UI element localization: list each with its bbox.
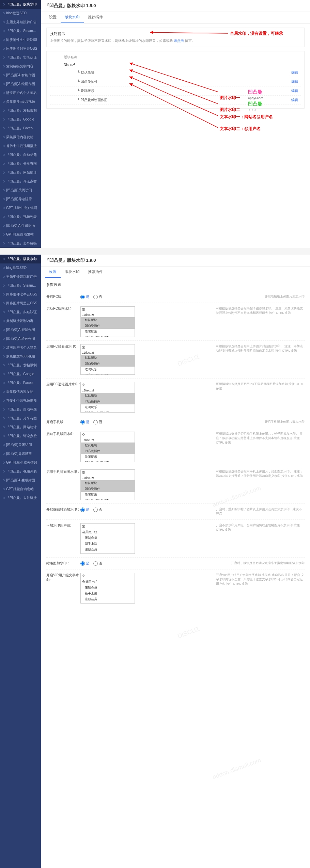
sidebar-item[interactable]: 同步图片阿里云OSS	[0, 299, 41, 308]
radio-option[interactable]: 是	[80, 508, 89, 511]
sidebar-item[interactable]: 复制链接复制内容	[0, 317, 41, 325]
tab[interactable]: 设置	[45, 12, 61, 23]
sidebar-item[interactable]: 采集微信内容发帖	[0, 387, 41, 396]
tip-link[interactable]: 请点击	[174, 39, 184, 43]
select-option[interactable]: 空	[81, 470, 135, 476]
sidebar-item[interactable]: 主题变外链跳转广告	[0, 18, 41, 27]
sidebar-item[interactable]: 『凹凸曼』Faceb...	[0, 124, 41, 133]
select-option[interactable]: 限制会员	[81, 535, 135, 541]
sidebar-item[interactable]: 『凹凸曼』网站统计	[0, 168, 41, 177]
select-option[interactable]: 空	[81, 524, 135, 529]
sidebar-item[interactable]: 『凹凸曼』版块水印	[0, 0, 41, 9]
radio-input[interactable]	[80, 295, 85, 299]
select-option[interactable]: 凹凸曼AI绘画作图	[81, 410, 135, 413]
edit-link[interactable]: 编辑	[291, 79, 301, 84]
radio-input[interactable]	[80, 561, 85, 566]
select-option[interactable]: 空	[81, 573, 135, 579]
sidebar-item[interactable]: GPT批量自动发帖	[0, 485, 41, 494]
edit-link[interactable]: 编辑	[291, 98, 301, 102]
sidebar-item[interactable]: 『凹凸曼』视频列表	[0, 467, 41, 476]
sidebar-item[interactable]: 『凹凸曼』分享有图	[0, 414, 41, 423]
sidebar-item[interactable]: GPT批量生成关键词	[0, 204, 41, 212]
select-option[interactable]: ..Discuz!	[81, 312, 135, 317]
tab[interactable]: 设置	[45, 267, 61, 278]
select-option[interactable]: 凹凸曼AI绘画作图	[81, 498, 135, 500]
radio-input[interactable]	[80, 508, 85, 512]
sidebar-item[interactable]: 『凹凸曼』Steam...	[0, 27, 41, 35]
sidebar-item[interactable]: 主题变外链跳转广告	[0, 272, 41, 281]
sidebar-item[interactable]: [凹凸曼]AI智能作图	[0, 71, 41, 80]
radio-input[interactable]	[80, 420, 85, 424]
select-option[interactable]: 凹凸曼插件	[81, 323, 135, 329]
sidebar-item[interactable]: 『凹凸曼』版块水印	[0, 255, 41, 263]
radio-input[interactable]	[93, 420, 98, 424]
edit-link[interactable]: 编辑	[291, 70, 301, 75]
sidebar-item[interactable]: 『凹凸曼』去外链接	[0, 494, 41, 502]
select-option[interactable]: 凹凸曼插件	[81, 448, 135, 454]
select-option[interactable]: 凹凸曼插件	[81, 486, 135, 492]
sidebar-item[interactable]: 采集微信内容发帖	[0, 133, 41, 142]
sidebar-item[interactable]: GPT批量自动发帖	[0, 230, 41, 239]
tab[interactable]: 推荐插件	[84, 267, 107, 278]
radio-option[interactable]: 否	[93, 561, 102, 565]
radio-option[interactable]: 否	[93, 508, 102, 511]
select-option[interactable]: 空	[81, 432, 135, 438]
sidebar-item[interactable]: 同步附件七牛云OSS	[0, 290, 41, 299]
select-option[interactable]: 凹凸曼AI绘画作图	[81, 335, 135, 337]
sidebar-item[interactable]: [凹凸曼]AI智能作图	[0, 325, 41, 334]
multiselect[interactable]: 空会员用户组限制会员新手上路注册会员中级会员高级会员金牌会员论坛元老禁止发言组员	[80, 523, 135, 554]
sidebar-item[interactable]: bing推送SEO	[0, 9, 41, 18]
edit-link[interactable]: 编辑	[291, 89, 301, 93]
sidebar-item[interactable]: 『凹凸曼』实名认证	[0, 53, 41, 62]
select-option[interactable]: 注册会员	[81, 547, 135, 552]
select-option[interactable]: 会员用户组	[81, 579, 135, 585]
radio-input[interactable]	[93, 295, 98, 299]
select-option[interactable]: 默认版块	[81, 480, 135, 486]
sidebar-item[interactable]: 『凹凸曼』视频列表	[0, 212, 41, 221]
radio-option[interactable]: 是	[80, 561, 89, 565]
multiselect[interactable]: 空..Discuz!默认版块凹凸曼插件吃喝玩乐凹凸曼AI绘画作图	[80, 432, 135, 462]
sidebar-item[interactable]: [凹凸曼]关闭访问	[0, 186, 41, 195]
select-option[interactable]: 凹凸曼AI绘画作图	[81, 372, 135, 375]
sidebar-item[interactable]: [凹凸曼]关闭访问	[0, 440, 41, 449]
sidebar-item[interactable]: [凹凸曼]导读随看	[0, 195, 41, 204]
sidebar-item[interactable]: [凹凸曼]导读随看	[0, 449, 41, 458]
radio-input[interactable]	[93, 561, 98, 566]
select-option[interactable]: 吃喝玩乐	[81, 492, 135, 498]
sidebar-item[interactable]: 同步图片阿里云OSS	[0, 44, 41, 53]
sidebar-item[interactable]: 清洗用户名个人签名	[0, 89, 41, 97]
select-option[interactable]: 默认版块	[81, 393, 135, 399]
tab[interactable]: 版块水印	[61, 12, 84, 23]
sidebar-item[interactable]: [凹凸曼]AI生成封面	[0, 221, 41, 230]
select-option[interactable]: 凹凸曼插件	[81, 361, 135, 367]
sidebar-item[interactable]: 『凹凸曼』自动标题	[0, 405, 41, 414]
sidebar-item[interactable]: 首传七牛云视频播放	[0, 142, 41, 150]
select-option[interactable]: 空	[81, 307, 135, 312]
sidebar-item[interactable]: 『凹凸曼』自动标题	[0, 150, 41, 159]
multiselect[interactable]: 空会员用户组限制会员新手上路注册会员中级会员高级会员金牌会员论坛元老禁止发言组员	[80, 573, 135, 604]
select-option[interactable]: 空	[81, 382, 135, 388]
select-option[interactable]: ..Discuz!	[81, 438, 135, 443]
select-option[interactable]: 吃喝玩乐	[81, 404, 135, 410]
sidebar-item[interactable]: 『凹凸曼』去外链接	[0, 239, 41, 248]
select-option[interactable]: 默认版块	[81, 317, 135, 323]
select-option[interactable]: 新手上路	[81, 591, 135, 596]
select-option[interactable]: 默认版块	[81, 355, 135, 361]
sidebar-item[interactable]: GPT批量生成关键词	[0, 458, 41, 467]
sidebar-item[interactable]: 多集播放m3u8视频	[0, 97, 41, 106]
sidebar-item[interactable]: bing推送SEO	[0, 263, 41, 272]
multiselect[interactable]: 空..Discuz!默认版块凹凸曼插件吃喝玩乐凹凸曼AI绘画作图	[80, 306, 135, 337]
multiselect[interactable]: 空..Discuz!默认版块凹凸曼插件吃喝玩乐凹凸曼AI绘画作图	[80, 344, 135, 375]
select-option[interactable]: ..Discuz!	[81, 388, 135, 393]
select-option[interactable]: 中级会员	[81, 552, 135, 554]
sidebar-item[interactable]: 首传七牛云视频播放	[0, 396, 41, 405]
sidebar-item[interactable]: 『凹凸曼』分享有图	[0, 159, 41, 168]
select-option[interactable]: 凹凸曼AI绘画作图	[81, 460, 135, 462]
select-option[interactable]: 限制会员	[81, 585, 135, 591]
radio-option[interactable]: 否	[93, 420, 102, 424]
sidebar-item[interactable]: 多集播放m3u8视频	[0, 352, 41, 361]
select-option[interactable]: ..Discuz!	[81, 350, 135, 355]
tab[interactable]: 版块水印	[61, 267, 84, 278]
multiselect[interactable]: 空..Discuz!默认版块凹凸曼插件吃喝玩乐凹凸曼AI绘画作图	[80, 469, 135, 500]
select-option[interactable]: 注册会员	[81, 596, 135, 602]
